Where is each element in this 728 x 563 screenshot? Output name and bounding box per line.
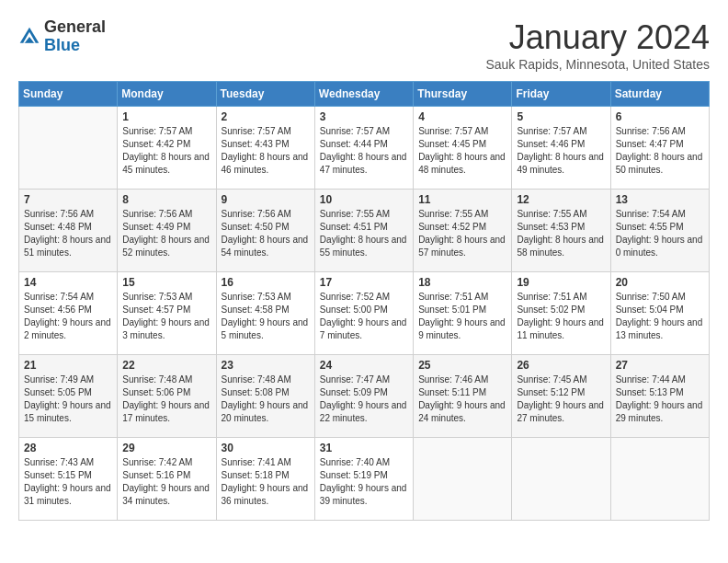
calendar-cell: 11Sunrise: 7:55 AMSunset: 4:52 PMDayligh… [414, 190, 512, 272]
day-number: 10 [320, 193, 408, 206]
calendar-cell: 31Sunrise: 7:40 AMSunset: 5:19 PMDayligh… [314, 438, 413, 521]
calendar-cell: 22Sunrise: 7:48 AMSunset: 5:06 PMDayligh… [118, 355, 216, 438]
day-info: Sunrise: 7:42 AMSunset: 5:16 PMDaylight:… [122, 456, 210, 508]
day-number: 8 [122, 193, 210, 206]
day-header-monday: Monday [118, 82, 216, 107]
logo-text: General Blue [44, 18, 106, 55]
logo-icon [18, 26, 40, 48]
day-number: 30 [222, 442, 310, 454]
calendar-cell: 21Sunrise: 7:49 AMSunset: 5:05 PMDayligh… [19, 355, 118, 438]
week-row-5: 28Sunrise: 7:43 AMSunset: 5:15 PMDayligh… [19, 438, 710, 521]
calendar-cell: 4Sunrise: 7:57 AMSunset: 4:45 PMDaylight… [414, 107, 512, 190]
day-number: 24 [320, 359, 408, 372]
calendar-cell [414, 438, 512, 521]
day-number: 19 [517, 276, 605, 289]
title-area: January 2024 Sauk Rapids, Minnesota, Uni… [485, 18, 710, 72]
calendar-cell: 9Sunrise: 7:56 AMSunset: 4:50 PMDaylight… [216, 190, 314, 272]
day-info: Sunrise: 7:55 AMSunset: 4:53 PMDaylight:… [517, 208, 605, 259]
calendar-cell: 27Sunrise: 7:44 AMSunset: 5:13 PMDayligh… [610, 355, 709, 438]
day-number: 11 [418, 193, 506, 206]
day-info: Sunrise: 7:46 AMSunset: 5:11 PMDaylight:… [418, 373, 506, 425]
day-number: 18 [418, 276, 506, 289]
calendar-cell: 8Sunrise: 7:56 AMSunset: 4:49 PMDaylight… [118, 190, 216, 272]
calendar-cell: 10Sunrise: 7:55 AMSunset: 4:51 PMDayligh… [314, 190, 413, 272]
calendar-cell: 5Sunrise: 7:57 AMSunset: 4:46 PMDaylight… [512, 107, 610, 190]
week-row-1: 1Sunrise: 7:57 AMSunset: 4:42 PMDaylight… [19, 107, 710, 190]
day-header-friday: Friday [512, 82, 610, 107]
day-number: 6 [616, 110, 704, 123]
day-info: Sunrise: 7:52 AMSunset: 5:00 PMDaylight:… [320, 291, 408, 342]
day-info: Sunrise: 7:45 AMSunset: 5:12 PMDaylight:… [517, 373, 605, 425]
day-info: Sunrise: 7:50 AMSunset: 5:04 PMDaylight:… [616, 291, 704, 342]
day-info: Sunrise: 7:57 AMSunset: 4:43 PMDaylight:… [222, 125, 310, 177]
day-header-tuesday: Tuesday [216, 82, 314, 107]
day-info: Sunrise: 7:56 AMSunset: 4:50 PMDaylight:… [222, 208, 310, 259]
calendar-cell: 26Sunrise: 7:45 AMSunset: 5:12 PMDayligh… [512, 355, 610, 438]
day-info: Sunrise: 7:56 AMSunset: 4:49 PMDaylight:… [122, 208, 210, 259]
day-number: 1 [122, 110, 210, 123]
day-info: Sunrise: 7:57 AMSunset: 4:45 PMDaylight:… [418, 125, 506, 177]
calendar-cell: 23Sunrise: 7:48 AMSunset: 5:08 PMDayligh… [216, 355, 314, 438]
day-number: 13 [616, 193, 704, 206]
calendar-cell: 24Sunrise: 7:47 AMSunset: 5:09 PMDayligh… [314, 355, 413, 438]
day-number: 9 [222, 193, 310, 206]
day-number: 31 [320, 442, 408, 454]
calendar-cell: 19Sunrise: 7:51 AMSunset: 5:02 PMDayligh… [512, 272, 610, 355]
day-info: Sunrise: 7:53 AMSunset: 4:57 PMDaylight:… [122, 291, 210, 342]
day-info: Sunrise: 7:48 AMSunset: 5:08 PMDaylight:… [222, 373, 310, 425]
day-number: 28 [24, 442, 112, 454]
day-info: Sunrise: 7:48 AMSunset: 5:06 PMDaylight:… [122, 373, 210, 425]
day-info: Sunrise: 7:54 AMSunset: 4:56 PMDaylight:… [24, 291, 112, 342]
day-number: 15 [122, 276, 210, 289]
day-number: 4 [418, 110, 506, 123]
calendar-cell: 30Sunrise: 7:41 AMSunset: 5:18 PMDayligh… [216, 438, 314, 521]
day-info: Sunrise: 7:57 AMSunset: 4:46 PMDaylight:… [517, 125, 605, 177]
day-number: 16 [222, 276, 310, 289]
day-info: Sunrise: 7:43 AMSunset: 5:15 PMDaylight:… [24, 456, 112, 508]
calendar-cell: 17Sunrise: 7:52 AMSunset: 5:00 PMDayligh… [314, 272, 413, 355]
day-info: Sunrise: 7:55 AMSunset: 4:52 PMDaylight:… [418, 208, 506, 259]
day-number: 2 [222, 110, 310, 123]
calendar-table: SundayMondayTuesdayWednesdayThursdayFrid… [18, 81, 710, 521]
day-number: 3 [320, 110, 408, 123]
day-number: 5 [517, 110, 605, 123]
day-number: 29 [122, 442, 210, 454]
day-info: Sunrise: 7:56 AMSunset: 4:48 PMDaylight:… [24, 208, 112, 259]
day-number: 26 [517, 359, 605, 372]
calendar-cell: 14Sunrise: 7:54 AMSunset: 4:56 PMDayligh… [19, 272, 118, 355]
calendar-cell: 3Sunrise: 7:57 AMSunset: 4:44 PMDaylight… [314, 107, 413, 190]
day-info: Sunrise: 7:41 AMSunset: 5:18 PMDaylight:… [222, 456, 310, 508]
day-header-wednesday: Wednesday [314, 82, 413, 107]
week-row-4: 21Sunrise: 7:49 AMSunset: 5:05 PMDayligh… [19, 355, 710, 438]
day-info: Sunrise: 7:44 AMSunset: 5:13 PMDaylight:… [616, 373, 704, 425]
day-header-thursday: Thursday [414, 82, 512, 107]
week-row-3: 14Sunrise: 7:54 AMSunset: 4:56 PMDayligh… [19, 272, 710, 355]
calendar-cell: 18Sunrise: 7:51 AMSunset: 5:01 PMDayligh… [414, 272, 512, 355]
day-number: 22 [122, 359, 210, 372]
day-number: 7 [24, 193, 112, 206]
calendar-cell: 25Sunrise: 7:46 AMSunset: 5:11 PMDayligh… [414, 355, 512, 438]
calendar-cell [610, 438, 709, 521]
calendar-cell: 20Sunrise: 7:50 AMSunset: 5:04 PMDayligh… [610, 272, 709, 355]
day-info: Sunrise: 7:54 AMSunset: 4:55 PMDaylight:… [616, 208, 704, 259]
day-number: 25 [418, 359, 506, 372]
calendar-cell: 29Sunrise: 7:42 AMSunset: 5:16 PMDayligh… [118, 438, 216, 521]
day-info: Sunrise: 7:57 AMSunset: 4:42 PMDaylight:… [122, 125, 210, 177]
day-info: Sunrise: 7:55 AMSunset: 4:51 PMDaylight:… [320, 208, 408, 259]
calendar-cell: 28Sunrise: 7:43 AMSunset: 5:15 PMDayligh… [19, 438, 118, 521]
calendar-cell: 13Sunrise: 7:54 AMSunset: 4:55 PMDayligh… [610, 190, 709, 272]
day-info: Sunrise: 7:51 AMSunset: 5:01 PMDaylight:… [418, 291, 506, 342]
day-number: 27 [616, 359, 704, 372]
logo: General Blue [18, 18, 106, 55]
calendar-cell [512, 438, 610, 521]
day-number: 17 [320, 276, 408, 289]
calendar-cell: 7Sunrise: 7:56 AMSunset: 4:48 PMDaylight… [19, 190, 118, 272]
calendar-cell: 16Sunrise: 7:53 AMSunset: 4:58 PMDayligh… [216, 272, 314, 355]
page-header: General Blue January 2024 Sauk Rapids, M… [18, 18, 710, 72]
week-row-2: 7Sunrise: 7:56 AMSunset: 4:48 PMDaylight… [19, 190, 710, 272]
day-header-sunday: Sunday [19, 82, 118, 107]
day-number: 23 [222, 359, 310, 372]
day-info: Sunrise: 7:51 AMSunset: 5:02 PMDaylight:… [517, 291, 605, 342]
day-info: Sunrise: 7:47 AMSunset: 5:09 PMDaylight:… [320, 373, 408, 425]
location: Sauk Rapids, Minnesota, United States [485, 57, 710, 72]
